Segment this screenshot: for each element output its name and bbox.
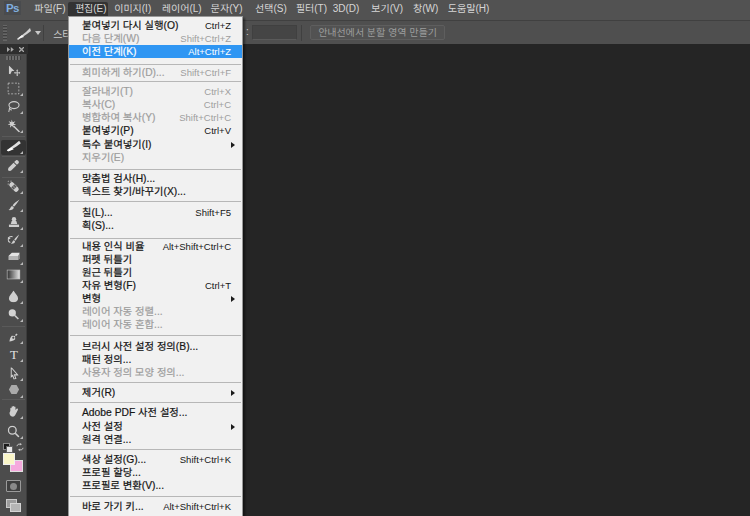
svg-text:T: T: [10, 348, 18, 360]
